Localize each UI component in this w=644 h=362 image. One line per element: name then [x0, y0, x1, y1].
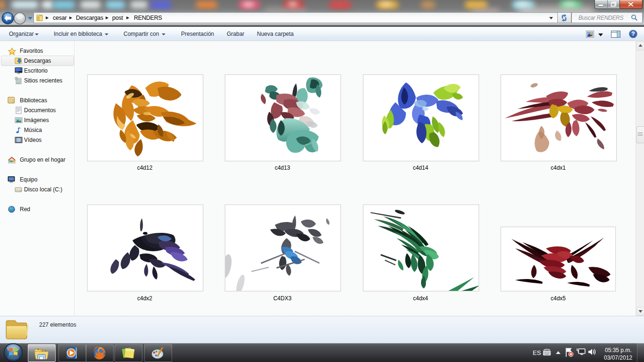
svg-text:?: ?: [631, 31, 635, 37]
